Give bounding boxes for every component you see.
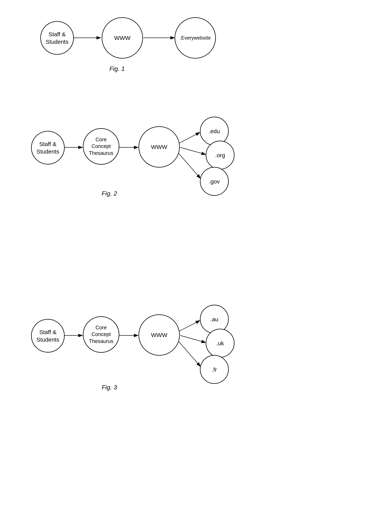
- staff-students-node-1: Staff & Students: [40, 21, 74, 55]
- fig2-label: Fig. 2: [102, 190, 117, 197]
- cct-node-2: CoreConceptThesaurus: [83, 128, 119, 165]
- gov-node: .gov: [200, 167, 229, 196]
- fig3-label: Fig. 3: [102, 384, 117, 391]
- svg-line-6: [179, 132, 200, 143]
- svg-line-12: [179, 321, 200, 331]
- svg-line-7: [180, 147, 206, 154]
- fr-node: .fr: [200, 355, 229, 384]
- page: Staff & Students WWW .Everywebsite Fig. …: [0, 0, 392, 532]
- www-node-1: WWW: [102, 17, 143, 59]
- cct-node-3: CoreConceptThesaurus: [83, 316, 119, 353]
- www-node-3: WWW: [139, 314, 180, 356]
- svg-line-8: [179, 154, 201, 178]
- staff-students-node-2: Staff &Students: [31, 131, 65, 164]
- org-node: .org: [206, 141, 234, 169]
- fig1-label: Fig. 1: [109, 65, 125, 72]
- www-node-2: WWW: [139, 126, 180, 168]
- staff-students-node-3: Staff &Students: [31, 319, 65, 353]
- uk-node: .uk: [206, 329, 234, 358]
- svg-line-14: [179, 342, 201, 367]
- svg-line-13: [180, 336, 206, 343]
- everywebsite-node: .Everywebsite: [175, 17, 216, 59]
